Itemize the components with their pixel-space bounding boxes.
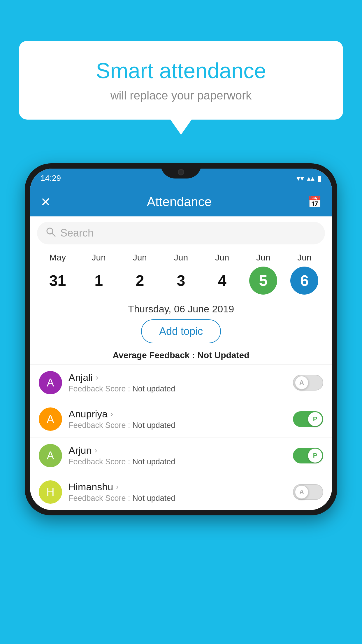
- chevron-right-icon: ›: [110, 410, 113, 419]
- status-time: 14:29: [41, 174, 61, 183]
- chevron-right-icon: ›: [94, 446, 97, 455]
- svg-line-1: [52, 233, 55, 236]
- toggle-knob-2: P: [308, 449, 322, 463]
- cal-month-1: Jun: [92, 253, 106, 262]
- cal-month-6: Jun: [297, 253, 311, 262]
- attendance-toggle-1[interactable]: P: [293, 411, 323, 427]
- bubble-subtitle: will replace your paperwork: [42, 89, 320, 102]
- cal-day-3[interactable]: Jun3: [164, 253, 198, 295]
- cal-month-3: Jun: [174, 253, 188, 262]
- chevron-right-icon: ›: [116, 482, 119, 491]
- wifi-icon: ▾▾: [296, 174, 304, 183]
- page-title: Attendance: [147, 195, 212, 209]
- avatar-0: A: [39, 371, 62, 394]
- cal-month-2: Jun: [133, 253, 147, 262]
- student-name-3: Himanshu ›: [68, 481, 287, 493]
- cal-month-4: Jun: [215, 253, 229, 262]
- cal-date-4: 4: [208, 267, 236, 295]
- feedback-score-2: Feedback Score : Not updated: [68, 457, 287, 466]
- avg-feedback-value: Not Updated: [197, 350, 249, 360]
- feedback-score-0: Feedback Score : Not updated: [68, 384, 287, 393]
- cal-day-4[interactable]: Jun4: [205, 253, 240, 295]
- avg-feedback: Average Feedback : Not Updated: [30, 350, 332, 364]
- attendance-toggle-2[interactable]: P: [293, 448, 323, 463]
- cal-date-0: 31: [44, 267, 72, 295]
- avg-feedback-label: Average Feedback :: [113, 350, 195, 360]
- calendar-strip: May31Jun1Jun2Jun3Jun4Jun5Jun6: [30, 250, 332, 295]
- student-list: AAnjali ›Feedback Score : Not updatedAAA…: [30, 364, 332, 510]
- student-row-0[interactable]: AAnjali ›Feedback Score : Not updatedA: [30, 364, 332, 401]
- search-icon: [46, 227, 56, 239]
- toggle-knob-0: A: [295, 376, 309, 390]
- student-info-1: Anupriya ›Feedback Score : Not updated: [68, 408, 287, 430]
- speech-bubble-container: Smart attendance will replace your paper…: [19, 41, 343, 120]
- student-info-2: Arjun ›Feedback Score : Not updated: [68, 445, 287, 466]
- feedback-score-1: Feedback Score : Not updated: [68, 421, 287, 430]
- status-icons: ▾▾ ▴▴ ▮: [296, 174, 321, 183]
- app-header: ✕ Attendance 📅: [30, 187, 332, 216]
- cal-day-0[interactable]: May31: [40, 253, 75, 295]
- battery-icon: ▮: [317, 174, 321, 183]
- speech-bubble: Smart attendance will replace your paper…: [19, 41, 343, 120]
- phone-screen: 14:29 ▾▾ ▴▴ ▮ ✕ Attendance 📅: [30, 169, 332, 510]
- phone-wrapper: 14:29 ▾▾ ▴▴ ▮ ✕ Attendance 📅: [25, 163, 337, 644]
- student-row-2[interactable]: AArjun ›Feedback Score : Not updatedP: [30, 437, 332, 474]
- student-info-3: Himanshu ›Feedback Score : Not updated: [68, 481, 287, 503]
- toggle-knob-1: P: [308, 412, 322, 426]
- calendar-icon[interactable]: 📅: [308, 195, 321, 208]
- chevron-right-icon: ›: [96, 373, 98, 382]
- avatar-3: H: [39, 480, 62, 504]
- student-name-2: Arjun ›: [68, 445, 287, 456]
- cal-date-1: 1: [85, 267, 113, 295]
- avatar-1: A: [39, 407, 62, 431]
- student-row-3[interactable]: HHimanshu ›Feedback Score : Not updatedA: [30, 474, 332, 510]
- search-placeholder: Search: [60, 227, 94, 239]
- student-info-0: Anjali ›Feedback Score : Not updated: [68, 372, 287, 393]
- close-button[interactable]: ✕: [41, 195, 51, 209]
- cal-date-5: 5: [249, 267, 277, 295]
- cal-day-6[interactable]: Jun6: [287, 253, 322, 295]
- cal-day-5[interactable]: Jun5: [246, 253, 281, 295]
- feedback-score-3: Feedback Score : Not updated: [68, 494, 287, 503]
- add-topic-button[interactable]: Add topic: [141, 319, 221, 343]
- selected-date-display: Thursday, 06 June 2019: [30, 295, 332, 319]
- student-row-1[interactable]: AAnupriya ›Feedback Score : Not updatedP: [30, 401, 332, 437]
- cal-date-6: 6: [290, 267, 318, 295]
- front-camera: [178, 169, 184, 175]
- cal-date-3: 3: [167, 267, 195, 295]
- student-name-1: Anupriya ›: [68, 408, 287, 420]
- search-bar[interactable]: Search: [37, 222, 325, 244]
- bubble-title: Smart attendance: [42, 58, 320, 83]
- toggle-knob-3: A: [295, 485, 309, 499]
- cal-month-0: May: [49, 253, 66, 262]
- cal-day-2[interactable]: Jun2: [122, 253, 157, 295]
- cal-month-5: Jun: [256, 253, 270, 262]
- avatar-2: A: [39, 444, 62, 467]
- cal-day-1[interactable]: Jun1: [81, 253, 116, 295]
- phone-outer: 14:29 ▾▾ ▴▴ ▮ ✕ Attendance 📅: [25, 163, 337, 515]
- signal-icon: ▴▴: [307, 174, 314, 183]
- attendance-toggle-0[interactable]: A: [293, 375, 323, 391]
- cal-date-2: 2: [126, 267, 154, 295]
- attendance-toggle-3[interactable]: A: [293, 484, 323, 500]
- student-name-0: Anjali ›: [68, 372, 287, 383]
